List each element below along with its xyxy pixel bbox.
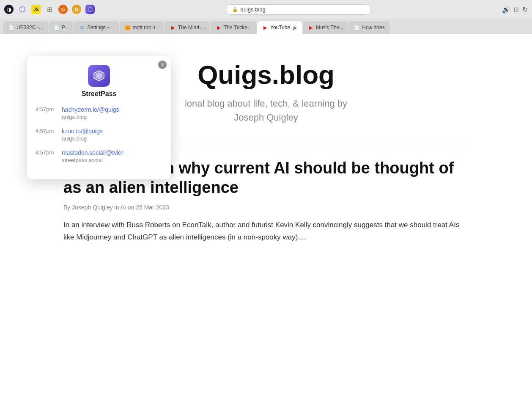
- locate-icon[interactable]: ◎: [58, 5, 68, 14]
- tab-favicon-settings: ⚙: [79, 25, 85, 30]
- tab-music[interactable]: ▶ Music The...: [303, 21, 348, 34]
- address-bar[interactable]: 🔒 quigs.blog: [227, 4, 370, 15]
- tab-favicon-p: 📄: [54, 25, 60, 30]
- popup-source-1: quigs.blog: [62, 135, 103, 142]
- tab-favicon-mqtt: 🟠: [125, 25, 131, 30]
- popup-icon: [88, 65, 110, 87]
- gem-icon[interactable]: ⬡: [85, 5, 95, 14]
- share-icon[interactable]: ⊡: [514, 6, 519, 13]
- tab-favicon-youtube: ▶: [262, 25, 268, 30]
- tab-trickle[interactable]: ▶ The Tricke...: [211, 21, 257, 34]
- tab-favicon-howdoes: 📄: [354, 25, 360, 30]
- g-icon[interactable]: G: [72, 5, 81, 14]
- tab-howdoes[interactable]: 📄 How does: [349, 21, 389, 34]
- popup-links-0: hachyderm.io/@quigs quigs.blog: [62, 106, 119, 120]
- tab-label-howdoes: How does: [362, 25, 384, 30]
- tab-favicon-ue332c: 📄: [8, 25, 14, 30]
- notification-badge: 3: [158, 60, 167, 69]
- tab-label-ue332c: UE332C -...: [16, 25, 43, 30]
- popup-time-0: 4:57pm: [36, 106, 57, 120]
- article-meta: By Joseph Quigley in AI on 28 Mar 2023: [63, 204, 469, 211]
- tab-youtube[interactable]: ▶ YouTube 🔊: [257, 21, 302, 34]
- tab-favicon-trickle: ▶: [216, 25, 222, 30]
- tab-label-settings: Settings –...: [87, 25, 114, 30]
- refresh-icon[interactable]: ↻: [522, 6, 528, 14]
- page-content: Quigs.blog ional blog about life, tech, …: [0, 34, 532, 407]
- grid-icon[interactable]: ⊞: [45, 5, 54, 14]
- popup-item-2: 4:57pm mastodon.social/@tvler streetpass…: [36, 149, 162, 163]
- popup-link-2[interactable]: mastodon.social/@tvler: [62, 149, 123, 156]
- tab-label-music: Music The...: [316, 25, 343, 30]
- tabs-bar: 📄 UE332C -... 📄 P... ⚙ Settings –... 🟠 m…: [0, 19, 532, 34]
- tab-favicon-music: ▶: [308, 25, 314, 30]
- tab-mqtt[interactable]: 🟠 mqtt not u...: [120, 21, 165, 34]
- popup-link-1[interactable]: kzoo.to/@quigs: [62, 128, 103, 135]
- popup-source-2: streetpass.social: [62, 157, 123, 163]
- popup-source-0: quigs.blog: [62, 114, 119, 120]
- popup-links-1: kzoo.to/@quigs quigs.blog: [62, 128, 103, 142]
- article-excerpt: In an interview with Russ Roberts on Eco…: [63, 219, 469, 244]
- popup-links-2: mastodon.social/@tvler streetpass.social: [62, 149, 123, 163]
- tab-label-p: P...: [62, 25, 69, 30]
- tab-label-mind: The Mind-...: [178, 25, 205, 30]
- popup-time-1: 4:57pm: [36, 128, 57, 142]
- cube-icon[interactable]: ⬡: [18, 5, 27, 14]
- circle-icon[interactable]: ◑: [4, 5, 14, 14]
- tab-label-youtube: YouTube: [270, 25, 290, 30]
- address-text: quigs.blog: [241, 6, 266, 13]
- tab-label-trickle: The Tricke...: [224, 25, 252, 30]
- tab-mind[interactable]: ▶ The Mind-...: [165, 21, 210, 34]
- popup-item-0: 4:57pm hachyderm.io/@quigs quigs.blog: [36, 106, 162, 120]
- tab-favicon-mind: ▶: [170, 25, 176, 30]
- popup-link-0[interactable]: hachyderm.io/@quigs: [62, 106, 119, 113]
- tab-ue332c[interactable]: 📄 UE332C -...: [3, 21, 48, 34]
- lock-icon: 🔒: [232, 7, 238, 12]
- js-icon[interactable]: JS: [31, 5, 41, 14]
- popup-time-2: 4:57pm: [36, 149, 57, 163]
- popup-item-1: 4:57pm kzoo.to/@quigs quigs.blog: [36, 128, 162, 142]
- tab-label-mqtt: mqtt not u...: [133, 25, 159, 30]
- tab-settings[interactable]: ⚙ Settings –...: [74, 21, 119, 34]
- tab-p[interactable]: 📄 P...: [49, 21, 74, 34]
- streetpass-popup: 3 StreetPass 4:57pm hachyderm.io/@quigs …: [27, 56, 171, 179]
- audio-icon[interactable]: 🔊: [502, 6, 510, 14]
- popup-header: StreetPass: [36, 65, 162, 98]
- tab-audio-youtube: 🔊: [292, 25, 297, 30]
- popup-title: StreetPass: [82, 90, 117, 98]
